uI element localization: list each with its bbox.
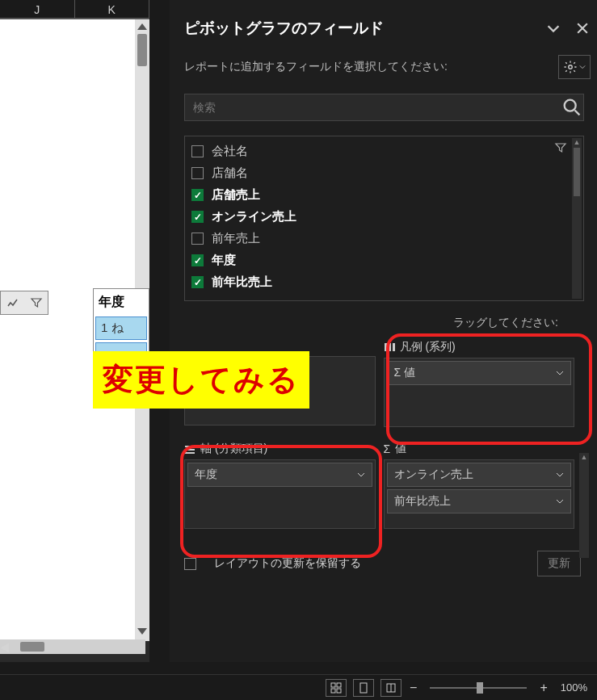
search-icon[interactable] (561, 96, 583, 119)
update-button[interactable]: 更新 (537, 551, 581, 576)
field-label: 店舗名 (212, 166, 248, 181)
legend-drop-well[interactable]: Σ 値 (384, 358, 575, 427)
axis-drop-well[interactable]: 年度 (184, 459, 376, 529)
scroll-thumb[interactable] (137, 34, 147, 66)
chart-filter-chip[interactable] (0, 291, 48, 315)
values-drop-well[interactable]: オンライン売上 前年比売上 (384, 459, 575, 529)
zoom-out-button[interactable]: − (408, 681, 418, 695)
field-row[interactable]: 年度 (187, 249, 582, 271)
collapse-chevron-icon[interactable] (544, 19, 562, 37)
defer-checkbox[interactable] (184, 558, 196, 570)
chevron-down-icon[interactable] (556, 497, 564, 505)
column-header-j[interactable]: J (0, 0, 75, 18)
checkbox[interactable] (191, 233, 204, 245)
svg-rect-8 (331, 683, 335, 687)
field-row[interactable]: 店舗売上 (187, 184, 582, 206)
field-row[interactable]: 会社名 (187, 140, 582, 162)
zoom-in-button[interactable]: + (538, 681, 549, 695)
chevron-down-icon[interactable] (357, 471, 365, 479)
checkbox-checked[interactable] (191, 211, 204, 223)
panel-subtitle: レポートに追加するフィールドを選択してください: (184, 60, 558, 74)
page-layout-view-button[interactable] (353, 679, 374, 697)
settings-button[interactable] (558, 55, 591, 79)
drop-item[interactable]: オンライン売上 (387, 463, 572, 487)
field-label: 会社名 (212, 144, 248, 159)
defer-label: レイアウトの更新を保留する (214, 556, 361, 571)
svg-point-1 (565, 100, 576, 111)
drop-item-label: 前年比売上 (394, 494, 451, 509)
values-scrollbar[interactable]: ▲ (579, 453, 589, 558)
legend-icon (384, 342, 395, 353)
field-label: オンライン売上 (212, 209, 296, 224)
field-label: 年度 (212, 253, 236, 268)
chevron-down-icon[interactable] (556, 369, 564, 377)
gear-icon (563, 60, 578, 74)
year-slicer-item[interactable]: 1 ね (95, 316, 147, 340)
drop-item[interactable]: 前年比売上 (387, 489, 572, 513)
page-icon (358, 682, 369, 694)
chart-icon (6, 296, 19, 309)
zoom-slider-handle[interactable] (477, 682, 483, 694)
search-box[interactable] (184, 94, 584, 121)
values-drop-title: Σ 値 (384, 442, 575, 456)
field-row[interactable]: 前年比売上 (187, 271, 582, 293)
chevron-down-icon (579, 64, 586, 70)
close-icon[interactable] (574, 20, 591, 36)
checkbox[interactable] (191, 145, 204, 157)
scroll-up-icon[interactable] (137, 23, 147, 30)
drop-item[interactable]: 年度 (187, 463, 372, 487)
chevron-down-icon[interactable] (556, 471, 564, 479)
svg-rect-7 (185, 452, 195, 454)
checkbox-checked[interactable] (191, 276, 204, 288)
checkbox[interactable] (191, 167, 204, 179)
year-slicer-header: 年度 (95, 291, 147, 314)
drop-item-label: 値 (404, 366, 415, 379)
axis-drop-area[interactable]: 軸 (分類項目) 年度 (184, 442, 376, 539)
scroll-down-icon[interactable] (137, 628, 147, 635)
h-scroll-thumb[interactable] (20, 642, 44, 652)
checkbox-checked[interactable] (191, 254, 204, 266)
svg-rect-9 (337, 683, 341, 687)
values-drop-area[interactable]: Σ 値 オンライン売上 前年比売上 (384, 442, 575, 539)
sigma-icon: Σ (394, 366, 402, 379)
svg-rect-12 (360, 683, 367, 693)
field-row[interactable]: 店舗名 (187, 162, 582, 184)
zoom-slider[interactable] (430, 687, 527, 689)
panel-title: ピボットグラフのフィールド (184, 18, 544, 39)
filter-icon[interactable] (554, 141, 567, 154)
drag-instruction: ラッグしてください: (184, 316, 591, 330)
annotation-label: 変更してみる (93, 351, 309, 409)
pivot-field-panel: ピボットグラフのフィールド レポートに追加するフィールドを選択してください: 会… (170, 0, 597, 662)
page-break-view-button[interactable] (380, 679, 402, 697)
legend-drop-title: 凡例 (系列) (384, 340, 575, 354)
panel-footer: レイアウトの更新を保留する 更新 (184, 551, 591, 576)
search-input[interactable] (185, 101, 561, 114)
spreadsheet-area: J K 年度 1 ね ◀ (0, 0, 149, 662)
horizontal-scrollbar[interactable]: ◀ (0, 639, 145, 654)
svg-rect-2 (385, 343, 387, 351)
svg-rect-6 (185, 449, 195, 451)
field-list-scrollbar[interactable]: ▲ (572, 138, 582, 299)
svg-rect-10 (331, 689, 335, 693)
svg-rect-4 (393, 343, 395, 351)
sigma-icon: Σ (384, 442, 391, 455)
legend-drop-area[interactable]: 凡例 (系列) Σ 値 (384, 340, 575, 437)
column-headers-row: J K (0, 0, 149, 19)
field-list: 会社名 店舗名 店舗売上 オンライン売上 前年売上 年度 前年比売上 ▲ (184, 136, 584, 301)
grid-icon (330, 682, 342, 694)
svg-rect-3 (389, 343, 391, 351)
drop-item-label: 年度 (195, 467, 217, 482)
field-row[interactable]: オンライン売上 (187, 206, 582, 228)
svg-point-0 (569, 65, 573, 69)
drop-title-text: 値 (395, 442, 406, 456)
status-bar: − + 100% (0, 674, 597, 700)
svg-rect-5 (185, 446, 195, 447)
field-row[interactable]: 前年売上 (187, 228, 582, 249)
drop-item[interactable]: Σ 値 (387, 361, 572, 385)
drop-title-text: 軸 (分類項目) (200, 442, 267, 456)
checkbox-checked[interactable] (191, 189, 204, 201)
zoom-value[interactable]: 100% (561, 681, 587, 694)
scroll-thumb[interactable] (574, 148, 580, 196)
normal-view-button[interactable] (326, 679, 347, 697)
column-header-k[interactable]: K (75, 0, 150, 18)
